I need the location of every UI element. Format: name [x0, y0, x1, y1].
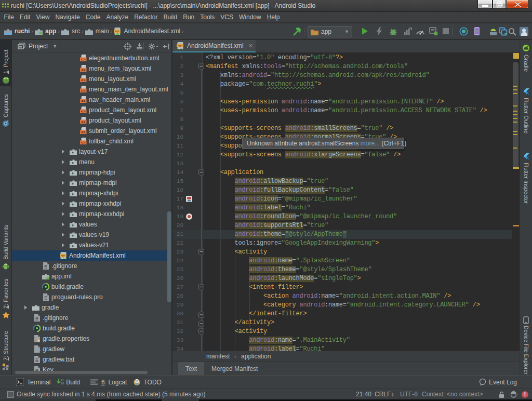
svg-text:10: 10 [61, 382, 64, 385]
